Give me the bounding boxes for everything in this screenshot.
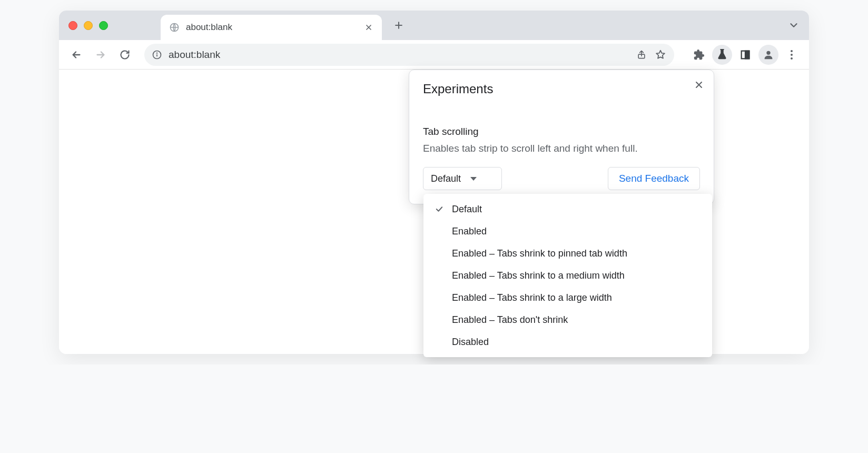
profile-button[interactable] (758, 45, 778, 65)
svg-point-3 (157, 53, 157, 53)
site-info-icon[interactable] (152, 50, 162, 60)
toolbar-right (689, 45, 802, 65)
page-viewport: Experiments Tab scrolling Enables tab st… (59, 70, 809, 354)
experiment-select[interactable]: Default DefaultEnabledEnabled – Tabs shr… (423, 167, 502, 190)
forward-button[interactable] (91, 45, 111, 65)
tab-close-button[interactable] (364, 23, 373, 32)
browser-window: about:blank about:blank (59, 11, 809, 354)
popup-close-button[interactable] (693, 78, 705, 91)
check-icon (433, 204, 446, 214)
chevron-down-icon (470, 177, 477, 181)
experiment-name: Tab scrolling (423, 126, 700, 137)
dropdown-option[interactable]: Disabled (423, 331, 712, 353)
toolbar: about:blank (59, 40, 809, 70)
dropdown-option[interactable]: Enabled (423, 220, 712, 242)
new-tab-button[interactable] (388, 15, 409, 36)
reload-button[interactable] (115, 45, 135, 65)
dropdown-option-label: Enabled – Tabs don't shrink (452, 314, 568, 326)
dropdown-option-label: Enabled – Tabs shrink to a medium width (452, 270, 625, 281)
share-icon[interactable] (635, 48, 648, 61)
send-feedback-button[interactable]: Send Feedback (608, 167, 700, 190)
tab-list-chevron-button[interactable] (788, 11, 800, 40)
svg-point-7 (766, 51, 770, 54)
globe-icon (169, 22, 180, 33)
feedback-label: Send Feedback (619, 173, 689, 184)
browser-tab[interactable]: about:blank (161, 15, 382, 40)
experiments-button[interactable] (712, 45, 732, 65)
bookmark-star-icon[interactable] (654, 48, 667, 61)
tab-strip: about:blank (59, 11, 809, 40)
address-bar-text: about:blank (169, 49, 629, 61)
omnibox-actions (635, 48, 667, 61)
dropdown-option[interactable]: Enabled – Tabs shrink to a large width (423, 287, 712, 309)
dropdown-option-label: Enabled – Tabs shrink to pinned tab widt… (452, 248, 627, 259)
experiments-popup: Experiments Tab scrolling Enables tab st… (409, 70, 714, 204)
popup-title: Experiments (423, 82, 700, 96)
experiment-controls-row: Default DefaultEnabledEnabled – Tabs shr… (423, 167, 700, 190)
address-bar[interactable]: about:blank (144, 44, 674, 66)
main-menu-button[interactable] (782, 45, 802, 65)
dropdown-option[interactable]: Enabled – Tabs shrink to a medium width (423, 264, 712, 287)
dropdown-option-label: Default (452, 204, 482, 215)
select-dropdown-menu: DefaultEnabledEnabled – Tabs shrink to p… (423, 194, 712, 357)
extensions-button[interactable] (689, 45, 709, 65)
window-maximize-button[interactable] (99, 21, 108, 30)
experiment-description: Enables tab strip to scroll left and rig… (423, 143, 700, 154)
select-value: Default (431, 173, 461, 184)
tab-title: about:blank (186, 22, 358, 33)
window-minimize-button[interactable] (84, 21, 93, 30)
back-button[interactable] (66, 45, 86, 65)
side-panel-button[interactable] (735, 45, 755, 65)
dropdown-option[interactable]: Enabled – Tabs shrink to pinned tab widt… (423, 242, 712, 264)
dropdown-option-label: Enabled (452, 226, 487, 237)
dropdown-option[interactable]: Default (423, 198, 712, 220)
dropdown-option[interactable]: Enabled – Tabs don't shrink (423, 309, 712, 331)
window-close-button[interactable] (68, 21, 77, 30)
svg-rect-6 (745, 51, 749, 58)
window-traffic-lights (68, 21, 108, 30)
three-dots-icon (791, 50, 793, 60)
dropdown-option-label: Enabled – Tabs shrink to a large width (452, 292, 612, 303)
dropdown-option-label: Disabled (452, 337, 489, 348)
